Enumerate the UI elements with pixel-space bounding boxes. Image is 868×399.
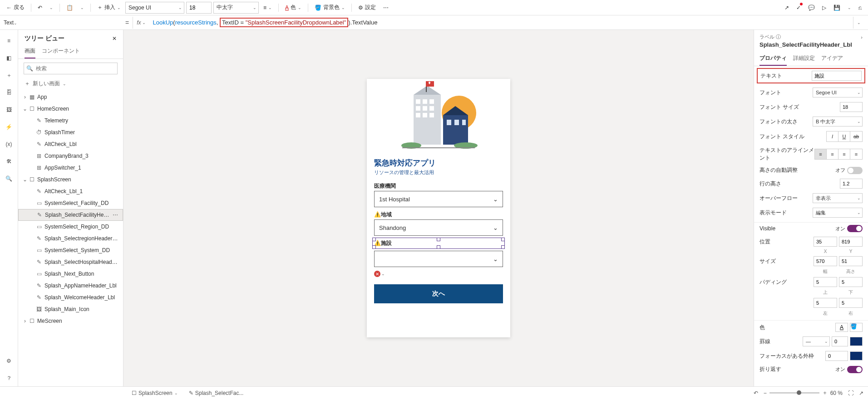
region-dropdown[interactable]: Shandong⌄ [374,219,503,236]
tab-ideas[interactable]: アイデア [821,52,843,66]
tree-node[interactable]: ▭Splash_Next_Button [18,268,123,280]
paste-dropdown[interactable]: ⌄ [78,2,87,14]
tree-node[interactable]: ⌄☐SplashScreen [18,174,123,185]
paste-button[interactable]: 📋 [64,2,76,14]
tree-node[interactable]: ⊞AppSwitcher_1 [18,162,123,174]
pad-top-input[interactable] [814,277,837,287]
tree-node[interactable]: ▭SystemSelect_Facility_DD [18,197,123,209]
tree-node[interactable]: 🖼Splash_Main_Icon [18,303,123,315]
more-button[interactable]: ⋯ [111,212,120,218]
tree-node[interactable]: ⏱SplashTimer [18,127,123,138]
canvas[interactable]: 緊急時対応アプリ リソースの管理と最大活用 医療機関 1st Hospital⌄… [123,30,754,386]
zoom-out[interactable]: − [764,390,767,396]
rail-hamburger[interactable]: ≡ [1,33,17,49]
fill-color-button[interactable]: 🪣 [850,323,863,332]
font-size-input[interactable] [186,2,212,14]
rail-settings[interactable]: ⚙ [1,353,17,369]
tree-node[interactable]: ▭SystemSelect_System_DD [18,244,123,256]
tree-node[interactable]: ✎Splash_SelectHospitalHeader_Lbl [18,256,123,268]
border-width[interactable] [832,336,848,346]
tree-node[interactable]: ›☐MeScreen [18,315,123,327]
tab-components[interactable]: コンポーネント [42,44,80,58]
autoheight-toggle[interactable] [847,167,863,174]
undo-button[interactable]: ↶ [35,2,45,14]
expand-icon[interactable]: ⌄ [22,106,28,112]
control-name[interactable]: Splash_SelectFacilityHeader_Lbl [754,41,868,52]
status-control[interactable]: ✎ Splash_SelectFac... [186,389,247,397]
undo-status[interactable]: ↶ [754,390,758,396]
publish-button[interactable]: ⎌ [856,2,864,14]
facility-dropdown[interactable]: ⌄ [374,251,503,267]
zoom-control[interactable]: − ＋ 60 % [764,389,843,397]
pad-right-input[interactable] [839,298,863,308]
overflow-select[interactable]: 非表示⌄ [813,193,863,203]
rail-help[interactable]: ？ [1,370,17,386]
font-weight-select[interactable]: 中太字⌄ [213,2,259,14]
pad-left-input[interactable] [814,298,837,308]
search-input[interactable] [24,63,118,74]
popout-button[interactable]: ↗ [859,390,863,396]
fx-button[interactable]: fx⌄ [133,17,149,29]
status-screen[interactable]: ☐ SplashScreen ⌄ [129,389,181,397]
expand-icon[interactable]: › [22,318,28,324]
rail-media[interactable]: 🖼 [1,102,17,118]
font-select[interactable]: Segoe UI⌄ [813,88,863,97]
tree-node[interactable]: ⊞CompanyBrand_3 [18,150,123,162]
rail-variables[interactable]: (x) [1,136,17,152]
align-button[interactable]: ≡ ⌄ [261,2,275,14]
bg-color-button[interactable]: 🪣 背景色 ⌄ [312,2,348,14]
rail-insert[interactable]: ＋ [1,67,17,83]
save-button[interactable]: 💾 [831,2,843,14]
checker-button[interactable]: ✓ [794,2,804,14]
insert-button[interactable]: ＋ 挿入 ⌄ [94,2,123,14]
formula-input[interactable]: LookUp(resourceStrings, TextID = "Splash… [153,17,849,29]
visible-toggle[interactable] [847,225,863,232]
expand-icon[interactable]: ⌄ [22,176,28,183]
align-segment[interactable]: ≡≡≡≡ [814,149,863,160]
tree-node[interactable]: ✎Splash_SelectFacilityHeader_Lbl⋯ [18,209,123,221]
font-family-select[interactable]: Segoe UI⌄ [125,2,184,14]
lineheight-input[interactable] [840,179,863,189]
close-panel-button[interactable]: ✕ [112,35,117,42]
tree-node[interactable]: ✎AltCheck_Lbl_1 [18,185,123,197]
property-select[interactable]: Text⌄ [4,19,122,26]
rail-advanced[interactable]: 🛠 [1,153,17,170]
settings-button[interactable]: ⚙ 設定 [355,2,379,14]
w-input[interactable] [814,256,837,266]
expand-icon[interactable]: › [861,34,863,40]
border-color[interactable] [850,337,863,346]
tree-node[interactable]: ›▦App [18,91,123,103]
rail-tree[interactable]: ◧ [1,50,17,66]
share-button[interactable]: ↗ [782,2,792,14]
size-input[interactable] [840,102,863,112]
wrap-toggle[interactable] [847,366,863,373]
text-color-button[interactable]: A [835,323,848,332]
tree-node[interactable]: ✎Splash_AppNameHeader_Lbl [18,280,123,292]
rail-search[interactable]: 🔍 [1,170,17,187]
tree-node[interactable]: ⌄☐HomeScreen [18,103,123,115]
pad-bottom-input[interactable] [839,277,863,287]
expand-icon[interactable]: › [22,94,28,100]
back-button[interactable]: ← 戻る [4,2,27,14]
rail-flows[interactable]: ⚡ [1,119,17,135]
focus-border-color[interactable] [850,351,863,360]
font-color-button[interactable]: A 色 ⌄ [282,2,304,14]
h-input[interactable] [839,256,863,266]
text-input[interactable] [812,71,862,81]
displaymode-select[interactable]: 編集⌄ [813,208,863,218]
tree-node[interactable]: ✎Telemetry [18,115,123,127]
overflow-button[interactable]: ⋯ [380,2,391,14]
save-dropdown[interactable]: ⌄ [845,2,854,14]
tree-node[interactable]: ✎Splash_SelectregionHeader_Lbl [18,233,123,244]
tree-node[interactable]: ✎Splash_WelcomeHeader_Lbl [18,292,123,303]
new-screen-button[interactable]: ＋ 新しい画面 ⌄ [18,78,123,91]
next-button[interactable]: 次へ [374,284,503,303]
weight-select[interactable]: B 中太字⌄ [813,117,863,127]
formula-expand-button[interactable]: ⌄ [853,17,864,29]
tab-properties[interactable]: プロパティ [760,52,787,66]
comments-button[interactable]: 💬 [805,2,818,14]
zoom-in[interactable]: ＋ [822,389,828,397]
hospital-dropdown[interactable]: 1st Hospital⌄ [374,191,503,207]
info-icon[interactable]: ⓘ [776,34,781,39]
y-input[interactable] [839,237,863,247]
